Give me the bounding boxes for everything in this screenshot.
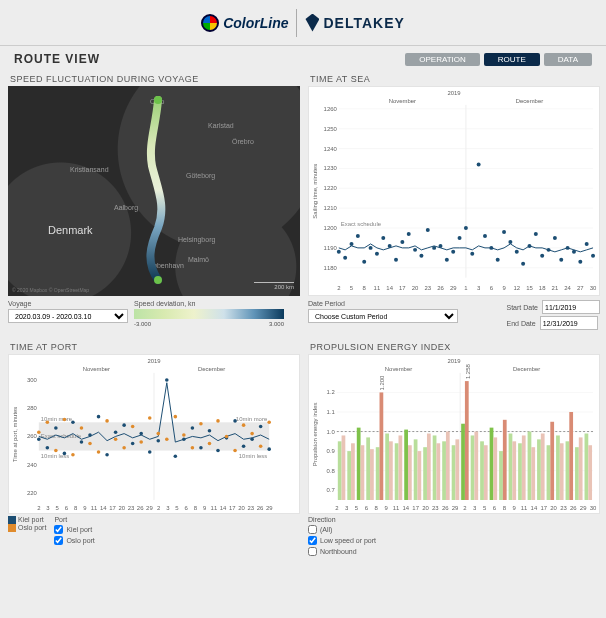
svg-rect-212 — [376, 447, 380, 500]
svg-rect-211 — [370, 449, 374, 500]
svg-point-111 — [97, 415, 101, 419]
chart-time-at-sea[interactable]: 2019NovemberDecember11801190120012101220… — [309, 87, 599, 296]
svg-rect-207 — [351, 443, 355, 500]
svg-text:11: 11 — [521, 505, 528, 511]
svg-text:23: 23 — [128, 505, 135, 511]
svg-text:1200: 1200 — [324, 225, 338, 231]
svg-point-137 — [80, 426, 84, 430]
svg-point-58 — [540, 254, 544, 258]
voyage-label: Voyage — [8, 300, 128, 307]
svg-rect-228 — [452, 445, 456, 500]
svg-text:2: 2 — [37, 505, 40, 511]
svg-text:8: 8 — [375, 505, 379, 511]
end-date-input[interactable] — [540, 316, 598, 330]
svg-text:240: 240 — [27, 462, 38, 468]
svg-text:9: 9 — [83, 505, 87, 511]
svg-point-47 — [470, 252, 474, 256]
svg-point-140 — [105, 419, 109, 423]
svg-text:6: 6 — [490, 285, 494, 291]
svg-point-115 — [131, 442, 135, 446]
svg-text:9: 9 — [384, 505, 388, 511]
svg-text:1190: 1190 — [324, 245, 338, 251]
svg-text:220: 220 — [27, 490, 38, 496]
svg-rect-213 — [380, 392, 384, 500]
svg-rect-234 — [480, 441, 484, 500]
svg-text:12: 12 — [513, 285, 520, 291]
svg-point-154 — [225, 435, 229, 439]
svg-rect-235 — [484, 445, 488, 500]
svg-point-108 — [71, 421, 75, 425]
svg-text:26: 26 — [257, 505, 264, 511]
svg-point-112 — [105, 453, 109, 457]
chart-time-at-port[interactable]: 2019NovemberDecember10min more10min more… — [9, 355, 299, 514]
tab-data[interactable]: DATA — [544, 53, 592, 66]
svg-text:20: 20 — [422, 505, 429, 511]
svg-rect-245 — [531, 447, 535, 500]
svg-rect-222 — [423, 447, 427, 500]
chart-propulsion[interactable]: 2019NovemberDecember0.70.80.91.01.11.2Pr… — [309, 355, 599, 514]
svg-text:26: 26 — [137, 505, 144, 511]
svg-text:10min more: 10min more — [41, 416, 73, 422]
date-period-label: Date Period — [308, 300, 500, 307]
svg-point-44 — [451, 250, 455, 254]
svg-text:26: 26 — [442, 505, 449, 511]
svg-text:14: 14 — [386, 285, 393, 291]
svg-point-62 — [566, 246, 570, 250]
date-period-select[interactable]: Choose Custom Period — [308, 309, 458, 323]
svg-point-46 — [464, 226, 468, 230]
svg-point-54 — [515, 250, 519, 254]
svg-point-145 — [148, 416, 152, 420]
chk-dir-nb[interactable]: Northbound — [308, 547, 376, 556]
svg-text:17: 17 — [109, 505, 116, 511]
svg-rect-241 — [512, 441, 516, 500]
chk-kiel[interactable]: Kiel port — [54, 525, 94, 534]
start-date-input[interactable] — [542, 300, 600, 314]
svg-point-133 — [46, 421, 50, 425]
tab-route[interactable]: ROUTE — [484, 53, 540, 66]
svg-text:2: 2 — [337, 285, 340, 291]
svg-point-131 — [267, 447, 271, 451]
svg-text:3: 3 — [477, 285, 481, 291]
svg-text:29: 29 — [580, 505, 587, 511]
speed-legend-bar — [134, 309, 284, 319]
svg-text:9: 9 — [513, 505, 517, 511]
svg-point-107 — [63, 452, 67, 456]
brand1-text: ColorLine — [223, 15, 288, 31]
panel-title-prop: PROPULSION ENERGY INDEX — [308, 338, 600, 354]
route-map[interactable]: Denmark Oslo Kristiansand Göteborg Aalbo… — [8, 86, 300, 296]
svg-rect-204 — [338, 441, 342, 500]
svg-point-149 — [182, 433, 186, 437]
svg-point-48 — [477, 162, 481, 166]
svg-point-147 — [165, 437, 169, 441]
chk-oslo[interactable]: Oslo port — [54, 536, 94, 545]
tab-operation[interactable]: OPERATION — [405, 53, 480, 66]
svg-point-39 — [419, 254, 423, 258]
svg-text:11: 11 — [374, 285, 381, 291]
svg-point-49 — [483, 234, 487, 238]
svg-text:280: 280 — [27, 405, 38, 411]
svg-point-38 — [413, 248, 417, 252]
legend-min: -3.000 — [134, 321, 151, 327]
svg-point-105 — [46, 446, 50, 450]
svg-point-150 — [191, 446, 195, 450]
svg-text:December: December — [198, 366, 225, 372]
svg-point-141 — [114, 437, 118, 441]
svg-point-66 — [591, 254, 595, 258]
svg-text:20: 20 — [412, 285, 419, 291]
panel-speed-fluctuation: SPEED FLUCTUATION DURING VOYAGE Denmark … — [8, 70, 300, 330]
svg-rect-253 — [569, 412, 573, 500]
svg-rect-218 — [404, 430, 408, 500]
chk-dir-all[interactable]: (All) — [308, 525, 376, 534]
svg-text:2: 2 — [463, 505, 466, 511]
view-tabs: OPERATION ROUTE DATA — [405, 53, 592, 66]
svg-point-139 — [97, 450, 101, 454]
svg-point-52 — [502, 230, 506, 234]
svg-text:3: 3 — [166, 505, 170, 511]
svg-rect-226 — [442, 441, 446, 500]
chk-dir-low[interactable]: Low speed or port — [308, 536, 376, 545]
svg-text:1.200: 1.200 — [379, 375, 385, 391]
panel-time-at-port: TIME AT PORT 2019NovemberDecember10min m… — [8, 338, 300, 556]
svg-text:23: 23 — [247, 505, 254, 511]
voyage-select[interactable]: 2020.03.09 - 2020.03.10 — [8, 309, 128, 323]
svg-rect-236 — [490, 428, 494, 500]
